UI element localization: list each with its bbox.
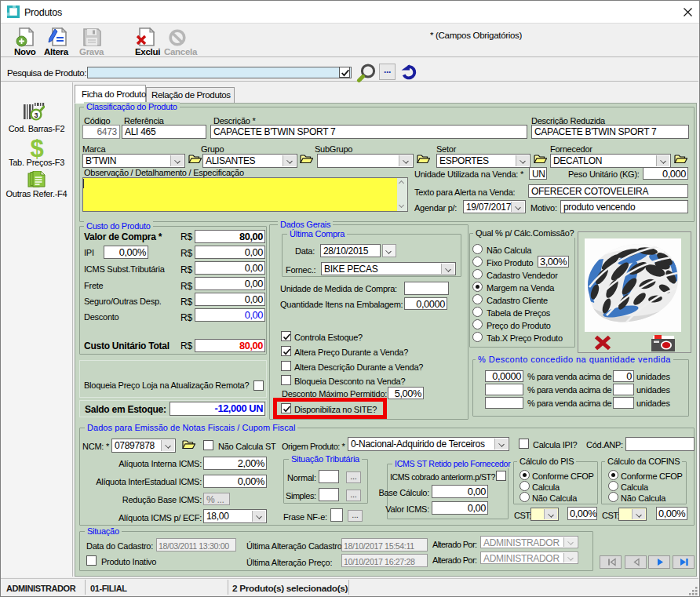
svg-text:3: 3 — [34, 111, 38, 119]
